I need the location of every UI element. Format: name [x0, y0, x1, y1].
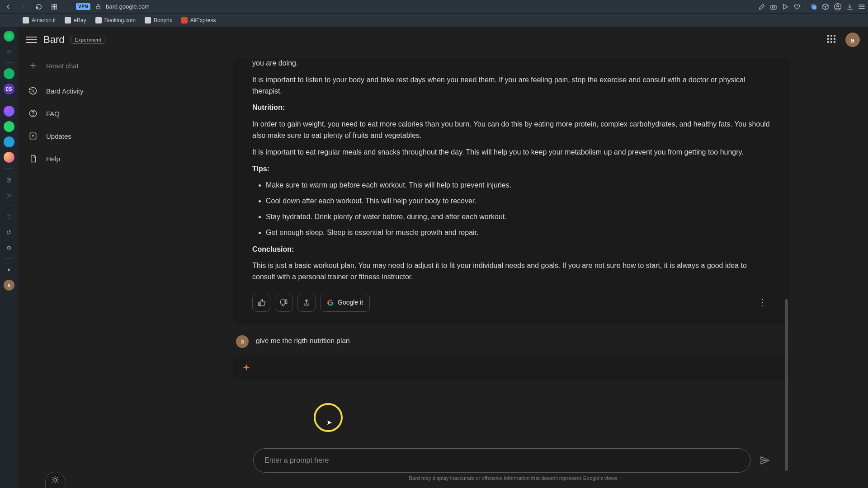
- sidebar-item-label: Help: [46, 155, 60, 163]
- sidebar-item-label: Updates: [46, 132, 71, 140]
- browser-menu-icon[interactable]: [858, 3, 865, 10]
- download-icon[interactable]: [846, 3, 854, 10]
- answer-list-item: Stay hydrated. Drink plenty of water bef…: [266, 211, 770, 223]
- svg-rect-1: [55, 4, 57, 6]
- history-icon: [28, 86, 38, 96]
- svg-point-14: [54, 479, 57, 481]
- bookmark-item[interactable]: Bonprix: [145, 17, 172, 23]
- dock-avatar-icon[interactable]: a: [4, 280, 14, 291]
- dock-app-icon[interactable]: [4, 121, 14, 132]
- experiment-badge: Experiment: [71, 36, 105, 44]
- updates-icon: [28, 131, 38, 141]
- answer-paragraph: you are doing.: [252, 58, 770, 69]
- tabs-button[interactable]: [49, 1, 60, 12]
- brand-text: Bard: [43, 34, 64, 46]
- dock-history-icon[interactable]: ↺: [4, 227, 14, 238]
- sidebar-item-label: Bard Activity: [46, 87, 84, 95]
- app-header: Bard Experiment a: [18, 27, 868, 52]
- assistant-message: you are doing. It is important to listen…: [233, 58, 789, 324]
- account-avatar[interactable]: a: [845, 33, 860, 47]
- svg-rect-2: [52, 7, 54, 9]
- svg-rect-7: [812, 5, 816, 9]
- plus-icon: [28, 61, 38, 70]
- dock-circle-icon[interactable]: ◎: [4, 174, 14, 185]
- send-button[interactable]: [757, 452, 773, 469]
- help-icon: [28, 108, 38, 118]
- svg-rect-4: [96, 6, 100, 9]
- dock-app-icon[interactable]: [4, 106, 14, 117]
- prompt-input[interactable]: [264, 456, 739, 465]
- copy-icon[interactable]: [810, 3, 817, 10]
- google-logo-icon: [327, 299, 334, 306]
- answer-paragraph: In order to gain weight, you need to eat…: [252, 119, 770, 141]
- dock-heart-icon[interactable]: ♡: [4, 211, 14, 222]
- dock-app-icon[interactable]: [4, 31, 14, 42]
- dock-star-icon[interactable]: ☆: [4, 46, 14, 57]
- thumbs-down-button[interactable]: [275, 294, 293, 312]
- browser-toolbar: VPN bard.google.com: [0, 0, 868, 14]
- svg-point-6: [773, 6, 775, 8]
- svg-point-10: [837, 5, 839, 7]
- answer-paragraph: It is important to listen to your body a…: [252, 75, 770, 97]
- chat-main: you are doing. It is important to listen…: [233, 58, 789, 488]
- google-it-button[interactable]: Google it: [320, 294, 370, 312]
- sidebar-item-reset-chat[interactable]: Reset chat: [18, 54, 154, 77]
- dock-app-icon[interactable]: CS: [4, 84, 14, 94]
- bard-app: Bard Experiment a Reset chat Bard Activi…: [18, 27, 868, 488]
- cursor-highlight: [314, 403, 343, 432]
- dock-app-icon[interactable]: [4, 68, 14, 79]
- user-avatar: a: [236, 335, 249, 348]
- share-button[interactable]: [297, 294, 316, 312]
- bookmarks-bar: Amazon.it eBay Booking.com Bonprix AliEx…: [0, 14, 868, 27]
- vpn-badge: VPN: [76, 3, 90, 10]
- cube-icon[interactable]: [822, 3, 829, 10]
- play-outline-icon[interactable]: [782, 3, 789, 10]
- answer-heading: Nutrition:: [252, 103, 285, 111]
- edit-icon[interactable]: [758, 3, 765, 10]
- sidebar-item-activity[interactable]: Bard Activity: [18, 80, 154, 102]
- user-message: a give me the rigth nutrition plan: [233, 335, 789, 348]
- prompt-input-container[interactable]: [253, 448, 750, 473]
- dock-spark-icon[interactable]: ✦: [4, 264, 14, 275]
- bookmark-item[interactable]: Amazon.it: [23, 17, 56, 23]
- theme-toggle-button[interactable]: [45, 472, 65, 488]
- message-actions: Google it ⋮: [252, 294, 770, 312]
- bookmark-item[interactable]: Booking.com: [95, 17, 136, 23]
- dock-settings-icon[interactable]: ⚙: [4, 242, 14, 253]
- thumbs-up-button[interactable]: [252, 294, 270, 312]
- svg-rect-0: [52, 4, 54, 6]
- prompt-area: Bard may display inaccurate or offensive…: [253, 448, 773, 481]
- sidebar-item-updates[interactable]: Updates: [18, 125, 154, 147]
- menu-button[interactable]: [26, 34, 37, 45]
- svg-rect-3: [55, 7, 57, 9]
- os-dock: ☆ CS ◎ ▷ ♡ ↺ ⚙ ✦ a: [0, 27, 18, 488]
- bookmark-item[interactable]: eBay: [65, 17, 86, 23]
- google-apps-button[interactable]: [827, 35, 837, 45]
- bookmark-item[interactable]: AliExpress: [181, 17, 216, 23]
- assistant-thinking: [233, 357, 789, 380]
- answer-paragraph: It is important to eat regular meals and…: [252, 147, 770, 158]
- back-button[interactable]: [3, 1, 14, 12]
- forward-button[interactable]: [18, 1, 29, 12]
- dock-app-icon[interactable]: [4, 152, 14, 163]
- lock-icon: [95, 4, 101, 10]
- camera-icon[interactable]: [770, 3, 777, 10]
- user-message-text: give me the rigth nutrition plan: [256, 337, 350, 345]
- heart-icon[interactable]: [793, 3, 801, 10]
- scrollbar-thumb[interactable]: [785, 299, 788, 471]
- url-text[interactable]: bard.google.com: [106, 3, 150, 10]
- user-circle-icon[interactable]: [834, 3, 842, 11]
- disclaimer-text: Bard may display inaccurate or offensive…: [253, 475, 773, 481]
- sidebar-item-help[interactable]: Help: [18, 147, 154, 170]
- answer-list-item: Cool down after each workout. This will …: [266, 196, 770, 207]
- answer-heading: Conclusion:: [252, 245, 294, 253]
- answer-paragraph: This is just a basic workout plan. You m…: [252, 260, 770, 283]
- dock-app-icon[interactable]: [4, 136, 14, 147]
- more-options-button[interactable]: ⋮: [754, 295, 770, 311]
- spark-icon: [241, 363, 251, 373]
- sidebar-item-faq[interactable]: FAQ: [18, 102, 154, 125]
- sidebar-item-label: FAQ: [46, 110, 60, 117]
- reload-button[interactable]: [33, 1, 44, 12]
- dock-play-icon[interactable]: ▷: [4, 189, 14, 200]
- doc-icon: [28, 154, 38, 164]
